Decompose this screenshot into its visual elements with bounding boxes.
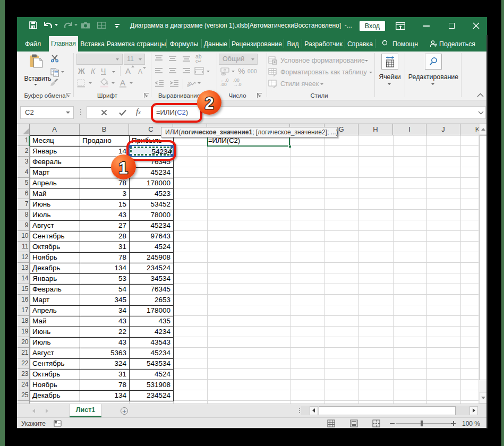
svg-text:2: 2	[204, 94, 213, 113]
svg-text:1: 1	[118, 158, 128, 177]
svg-text:ab: ab	[187, 80, 193, 88]
